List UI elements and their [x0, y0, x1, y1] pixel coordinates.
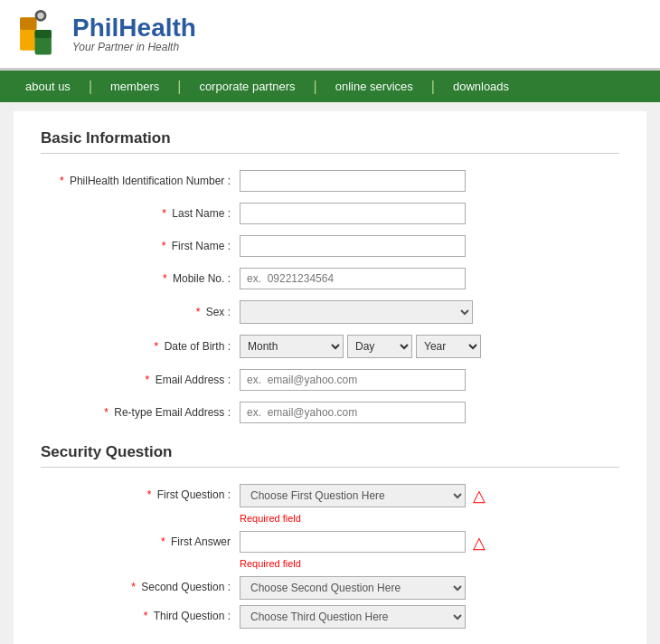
first-answer-required-msg: Required field — [240, 558, 619, 569]
email-row: * Email Address : — [41, 369, 619, 391]
nav-sep-2: | — [175, 79, 183, 95]
nav-sep-4: | — [429, 79, 437, 95]
first-answer-field-group: △ — [240, 531, 486, 553]
nav-corporate-partners[interactable]: corporate partners — [183, 71, 311, 102]
retype-email-required-star: * — [104, 406, 108, 419]
first-answer-label: * First Answer — [41, 531, 240, 548]
dob-group: Month JanuaryFebruaryMarch AprilMayJune … — [240, 335, 481, 358]
email-input[interactable] — [240, 369, 466, 391]
dob-required-star: * — [155, 340, 159, 353]
third-question-field-group: Choose Third Question Here — [240, 605, 466, 629]
first-question-row: * First Question : Choose First Question… — [41, 484, 619, 507]
security-title: Security Question — [41, 443, 619, 468]
mobile-input[interactable] — [240, 268, 466, 289]
sq-required-star: * — [131, 581, 136, 593]
logo-text: PhilHealth Your Partner in Health — [72, 15, 196, 53]
first-name-row: * First Name : — [41, 235, 619, 257]
logo-container: PhilHealth Your Partner in Health — [18, 9, 196, 59]
first-answer-input[interactable] — [240, 531, 466, 553]
pin-required-star: * — [60, 175, 64, 187]
second-question-label: * Second Question : — [41, 576, 240, 593]
pin-label: * PhilHealth Identification Number : — [41, 175, 240, 187]
sex-select[interactable]: Male Female — [240, 300, 473, 324]
mobile-required-star: * — [163, 272, 167, 285]
svg-rect-3 — [35, 30, 52, 38]
first-question-select[interactable]: Choose First Question Here — [240, 484, 466, 507]
second-question-select[interactable]: Choose Second Question Here — [240, 576, 466, 600]
main-content: Basic Information * PhilHealth Identific… — [14, 111, 646, 644]
mobile-row: * Mobile No. : — [41, 268, 619, 289]
first-question-label: * First Question : — [41, 484, 240, 501]
svg-point-5 — [37, 13, 43, 19]
logo-subtitle: Your Partner in Health — [72, 41, 196, 53]
email-required-star: * — [146, 374, 150, 386]
first-question-field-group: Choose First Question Here △ — [240, 484, 486, 507]
first-name-required-star: * — [162, 240, 166, 252]
retype-email-label: * Re-type Email Address : — [41, 406, 240, 419]
last-name-required-star: * — [162, 207, 166, 220]
sex-row: * Sex : Male Female — [41, 300, 619, 324]
first-answer-row: * First Answer △ — [41, 531, 619, 553]
logo-title: PhilHealth — [72, 15, 196, 41]
dob-month-select[interactable]: Month JanuaryFebruaryMarch AprilMayJune … — [240, 335, 344, 358]
fq-required-star: * — [147, 488, 152, 501]
nav-sep-3: | — [312, 79, 319, 95]
second-question-field-group: Choose Second Question Here — [240, 576, 466, 600]
retype-email-input[interactable] — [240, 402, 466, 423]
nav-online-services[interactable]: online services — [319, 71, 429, 102]
tq-required-star: * — [144, 610, 148, 622]
first-name-input[interactable] — [240, 235, 466, 257]
nav-downloads[interactable]: downloads — [437, 71, 525, 102]
navbar: about us | members | corporate partners … — [0, 71, 660, 102]
last-name-input[interactable] — [240, 203, 466, 224]
svg-rect-1 — [20, 17, 36, 30]
philhealth-logo-icon — [18, 9, 63, 59]
nav-about-us[interactable]: about us — [9, 71, 87, 102]
third-question-label: * Third Question : — [41, 605, 240, 622]
sex-required-star: * — [196, 306, 201, 318]
last-name-row: * Last Name : — [41, 203, 619, 224]
mobile-label: * Mobile No. : — [41, 272, 240, 285]
first-name-label: * First Name : — [41, 240, 240, 252]
pin-input[interactable] — [240, 170, 466, 192]
dob-row: * Date of Birth : Month JanuaryFebruaryM… — [41, 335, 619, 358]
header: PhilHealth Your Partner in Health — [0, 0, 660, 71]
basic-info-title: Basic Information — [41, 129, 619, 154]
fa-required-star: * — [161, 535, 165, 548]
nav-sep-1: | — [87, 79, 94, 95]
first-question-required-msg: Required field — [240, 513, 619, 524]
dob-year-select[interactable]: Year for(let y=2024;y>=1920;y--) documen… — [416, 335, 481, 358]
pin-row: * PhilHealth Identification Number : — [41, 170, 619, 192]
nav-members[interactable]: members — [94, 71, 175, 102]
first-answer-alert-icon: △ — [473, 533, 486, 553]
security-section: Security Question * First Question : Cho… — [41, 443, 619, 629]
third-question-select[interactable]: Choose Third Question Here — [240, 605, 466, 629]
third-question-row: * Third Question : Choose Third Question… — [41, 605, 619, 629]
retype-email-row: * Re-type Email Address : — [41, 402, 619, 423]
email-label: * Email Address : — [41, 374, 240, 386]
last-name-label: * Last Name : — [41, 207, 240, 220]
second-question-row: * Second Question : Choose Second Questi… — [41, 576, 619, 600]
sex-label: * Sex : — [41, 306, 240, 318]
dob-label: * Date of Birth : — [41, 340, 240, 353]
first-question-alert-icon: △ — [473, 486, 486, 506]
dob-day-select[interactable]: Day for(let i=1;i<=31;i++) document.writ… — [347, 335, 412, 358]
